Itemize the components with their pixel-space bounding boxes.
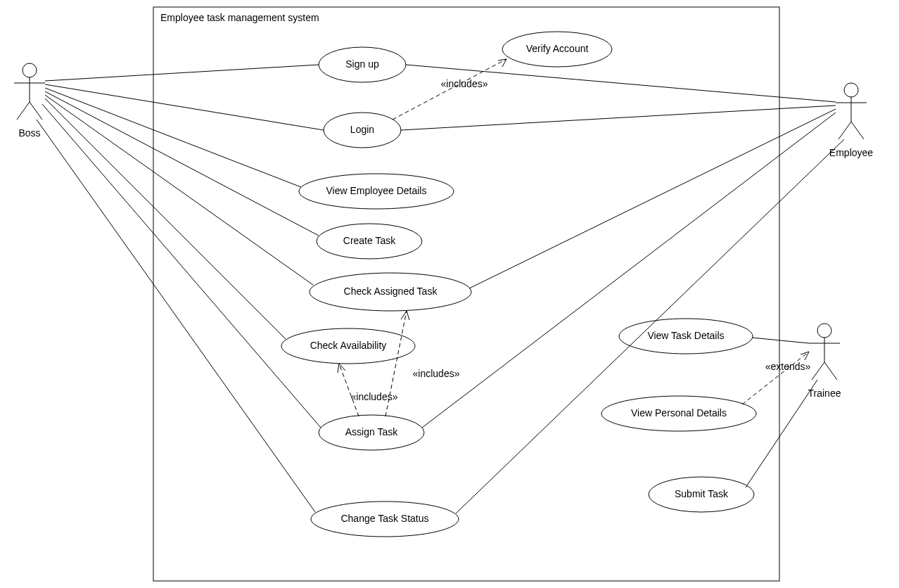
- usecase-login-label: Login: [350, 124, 374, 135]
- svg-line-14: [824, 362, 837, 380]
- system-title: Employee task management system: [160, 12, 319, 23]
- svg-line-16: [339, 364, 359, 416]
- svg-point-0: [23, 63, 37, 77]
- usecase-assign-task-label: Assign Task: [345, 426, 398, 437]
- actor-boss-label: Boss: [18, 127, 40, 139]
- usecase-view-emp-label: View Employee Details: [326, 185, 427, 196]
- svg-line-13: [812, 362, 824, 380]
- dep-login-verify-label: «includes»: [441, 78, 488, 89]
- svg-line-9: [851, 122, 864, 139]
- assoc-boss-viewemp: [45, 88, 301, 187]
- actor-employee-label: Employee: [829, 147, 873, 158]
- usecase-check-avail-label: Check Availability: [310, 340, 387, 351]
- dep-assign-checkassigned-label: «includes»: [413, 368, 460, 379]
- assoc-boss-createtask: [45, 91, 319, 236]
- assoc-boss-checkassigned: [45, 95, 313, 285]
- usecase-verify-label: Verify Account: [526, 43, 589, 54]
- usecase-view-personal-label: View Personal Details: [631, 407, 727, 418]
- assoc-emp-changestatus: [456, 139, 844, 513]
- usecase-change-status-label: Change Task Status: [340, 513, 428, 524]
- dep-assign-checkavail-label: «includes»: [351, 391, 398, 402]
- svg-line-18: [742, 352, 809, 404]
- use-case-diagram: Employee task management system Boss Emp…: [0, 0, 899, 588]
- dep-viewpersonal-trainee: «extends»: [742, 352, 811, 404]
- svg-line-3: [17, 102, 30, 120]
- actor-trainee-label: Trainee: [808, 388, 841, 399]
- svg-point-10: [817, 324, 831, 338]
- assoc-boss-assign: [42, 104, 321, 428]
- usecase-check-assigned-label: Check Assigned Task: [344, 286, 438, 297]
- assoc-boss-changestatus: [37, 120, 315, 512]
- dep-viewpersonal-trainee-label: «extends»: [765, 361, 811, 372]
- svg-line-8: [839, 122, 851, 139]
- svg-line-4: [30, 102, 42, 120]
- assoc-boss-signup: [45, 65, 319, 81]
- actor-trainee: Trainee: [808, 324, 841, 399]
- usecase-submit-task-label: Submit Task: [675, 488, 729, 499]
- usecase-signup-label: Sign up: [345, 58, 379, 70]
- assoc-emp-login: [401, 106, 836, 130]
- assoc-boss-login: [45, 84, 324, 130]
- assoc-trainee-viewtask: [752, 338, 809, 343]
- assoc-emp-checkassigned: [469, 109, 836, 288]
- usecase-create-task-label: Create Task: [343, 235, 396, 246]
- usecase-view-task-details-label: View Task Details: [647, 330, 724, 341]
- dep-assign-checkavail: «includes»: [338, 364, 398, 416]
- actor-boss: Boss: [14, 63, 45, 139]
- assoc-trainee-submit: [746, 380, 817, 487]
- assoc-emp-assign: [422, 113, 836, 428]
- svg-point-5: [844, 83, 858, 97]
